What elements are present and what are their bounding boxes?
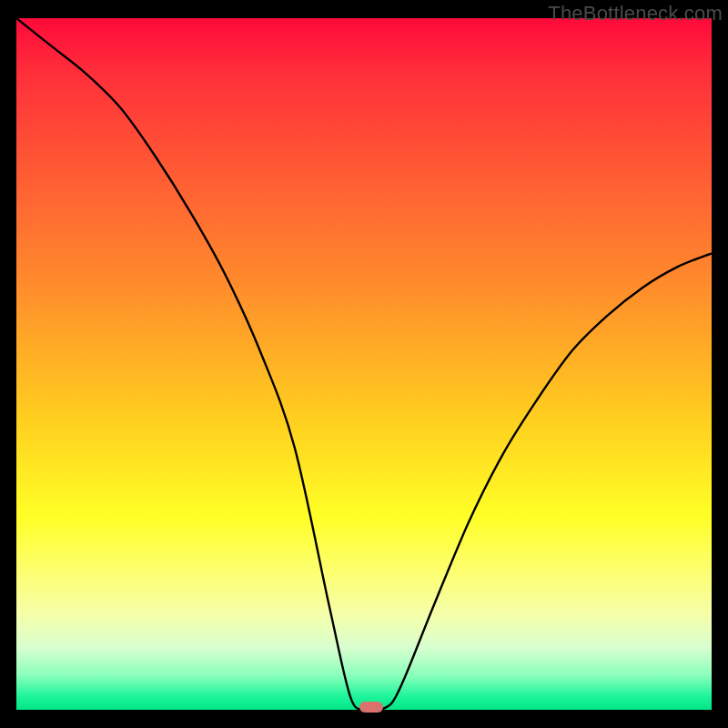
optimal-marker bbox=[359, 702, 383, 713]
bottleneck-curve bbox=[16, 18, 712, 710]
chart-plot-area bbox=[16, 18, 712, 710]
watermark-text: TheBottleneck.com bbox=[548, 2, 723, 25]
chart-frame: TheBottleneck.com bbox=[0, 0, 728, 728]
curve-line bbox=[16, 18, 712, 710]
